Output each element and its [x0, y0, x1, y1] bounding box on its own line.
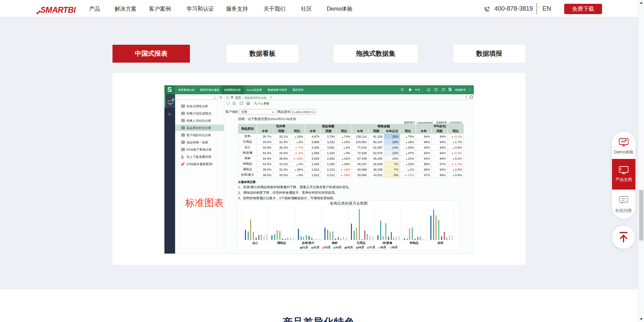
svg-text:SMARTBI: SMARTBI	[41, 6, 76, 14]
